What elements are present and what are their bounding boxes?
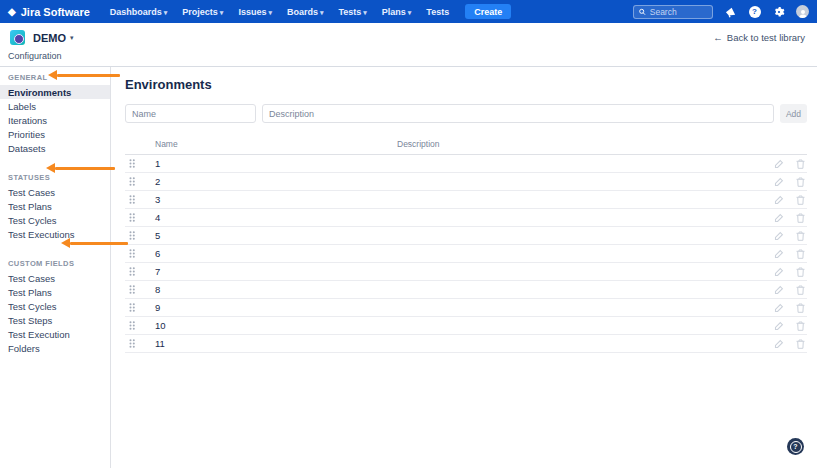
delete-icon[interactable]	[796, 231, 805, 241]
table-row: 8	[125, 281, 807, 299]
table-row: 11	[125, 335, 807, 353]
edit-icon[interactable]	[774, 159, 784, 169]
sidebar-heading-statuses: STATUSES	[0, 173, 110, 182]
drag-handle-icon[interactable]	[125, 339, 155, 348]
add-button[interactable]: Add	[780, 104, 807, 123]
table-row: 3	[125, 191, 807, 209]
drag-handle-icon[interactable]	[125, 249, 155, 258]
navbar-menu-item[interactable]: Plans▾	[382, 7, 412, 17]
edit-icon[interactable]	[774, 267, 784, 277]
drag-handle-icon[interactable]	[125, 195, 155, 204]
table-row: 4	[125, 209, 807, 227]
top-navbar: ◆ Jira Software Dashboards▾ Projects▾ Is…	[0, 0, 817, 23]
navbar-menu-item[interactable]: Boards▾	[287, 7, 324, 17]
user-avatar[interactable]	[796, 5, 809, 18]
sidebar-group-statuses: STATUSES Test CasesTest PlansTest Cycles…	[0, 173, 110, 241]
edit-icon[interactable]	[774, 213, 784, 223]
column-header-description: Description	[397, 139, 767, 149]
delete-icon[interactable]	[796, 195, 805, 205]
name-input[interactable]	[125, 104, 256, 123]
edit-icon[interactable]	[774, 249, 784, 259]
search-input[interactable]	[650, 7, 707, 17]
gear-icon[interactable]	[772, 5, 785, 18]
drag-handle-icon[interactable]	[125, 285, 155, 294]
sidebar-items-custom-fields: Test CasesTest PlansTest CyclesTest Step…	[0, 271, 110, 355]
megaphone-icon[interactable]	[724, 5, 737, 18]
table-row: 7	[125, 263, 807, 281]
edit-icon[interactable]	[774, 231, 784, 241]
environment-name: 1	[155, 158, 397, 169]
navbar-search[interactable]	[633, 5, 713, 19]
jira-diamond-icon: ◆	[8, 7, 16, 17]
chevron-down-icon: ▾	[164, 9, 168, 16]
environment-name: 4	[155, 212, 397, 223]
drag-handle-icon[interactable]	[125, 213, 155, 222]
drag-handle-icon[interactable]	[125, 177, 155, 186]
sidebar-item[interactable]: Test Cases	[0, 271, 110, 285]
navbar-menu-item[interactable]: Tests▾	[338, 7, 366, 17]
table-row: 5	[125, 227, 807, 245]
drag-handle-icon[interactable]	[125, 267, 155, 276]
delete-icon[interactable]	[796, 285, 805, 295]
sidebar-item[interactable]: Test Cycles	[0, 213, 110, 227]
sidebar-item[interactable]: Datasets	[0, 141, 110, 155]
project-name[interactable]: DEMO	[33, 32, 66, 44]
back-to-test-library-link[interactable]: ← Back to test library	[713, 32, 805, 43]
help-icon[interactable]: ?	[748, 5, 761, 18]
sidebar-item[interactable]: Environments	[0, 85, 110, 99]
description-input[interactable]	[262, 104, 774, 123]
navbar-menu-item[interactable]: Projects▾	[182, 7, 223, 17]
edit-icon[interactable]	[774, 321, 784, 331]
sidebar-item[interactable]: Labels	[0, 99, 110, 113]
delete-icon[interactable]	[796, 213, 805, 223]
delete-icon[interactable]	[796, 249, 805, 259]
main-layout: GENERAL EnvironmentsLabelsIterationsPrio…	[0, 67, 817, 468]
edit-icon[interactable]	[774, 177, 784, 187]
sidebar-item[interactable]: Test Executions	[0, 227, 110, 241]
app-root: ◆ Jira Software Dashboards▾ Projects▾ Is…	[0, 0, 817, 469]
sidebar-group-general: GENERAL EnvironmentsLabelsIterationsPrio…	[0, 73, 110, 155]
delete-icon[interactable]	[796, 267, 805, 277]
delete-icon[interactable]	[796, 177, 805, 187]
sidebar-item[interactable]: Test Execution	[0, 327, 110, 341]
back-link-label: Back to test library	[727, 32, 805, 43]
environments-table: Name Description 1	[125, 139, 807, 353]
table-row: 1	[125, 155, 807, 173]
sidebar-item[interactable]: Test Cycles	[0, 299, 110, 313]
environment-name: 3	[155, 194, 397, 205]
delete-icon[interactable]	[796, 321, 805, 331]
sidebar-item[interactable]: Test Steps	[0, 313, 110, 327]
navbar-menu-item[interactable]: Tests	[426, 7, 451, 17]
delete-icon[interactable]	[796, 159, 805, 169]
table-row: 2	[125, 173, 807, 191]
navbar-menus: Dashboards▾ Projects▾ Issues▾ Boards▾ Te…	[110, 7, 451, 17]
chevron-down-icon: ▾	[220, 9, 224, 16]
drag-handle-icon[interactable]	[125, 231, 155, 240]
drag-handle-icon[interactable]	[125, 303, 155, 312]
sidebar-item[interactable]: Priorities	[0, 127, 110, 141]
navbar-menu-item[interactable]: Dashboards▾	[110, 7, 168, 17]
floating-help-button[interactable]: ?	[787, 438, 804, 455]
navbar-menu-item[interactable]: Issues▾	[238, 7, 272, 17]
sidebar-item[interactable]: Test Plans	[0, 199, 110, 213]
sidebar-heading-general: GENERAL	[0, 73, 110, 82]
drag-handle-icon[interactable]	[125, 321, 155, 330]
jira-logo[interactable]: ◆ Jira Software	[8, 6, 90, 18]
edit-icon[interactable]	[774, 339, 784, 349]
sidebar-item[interactable]: Iterations	[0, 113, 110, 127]
column-header-name: Name	[155, 139, 397, 149]
sidebar-item[interactable]: Test Plans	[0, 285, 110, 299]
edit-icon[interactable]	[774, 285, 784, 295]
chevron-down-icon[interactable]: ▾	[70, 34, 74, 42]
project-header: DEMO ▾ ← Back to test library	[0, 23, 817, 49]
chevron-down-icon: ▾	[408, 9, 412, 16]
edit-icon[interactable]	[774, 303, 784, 313]
drag-handle-icon[interactable]	[125, 159, 155, 168]
delete-icon[interactable]	[796, 303, 805, 313]
table-row: 10	[125, 317, 807, 335]
delete-icon[interactable]	[796, 339, 805, 349]
edit-icon[interactable]	[774, 195, 784, 205]
sidebar-item[interactable]: Test Cases	[0, 185, 110, 199]
create-button[interactable]: Create	[465, 4, 511, 19]
sidebar-item[interactable]: Folders	[0, 341, 110, 355]
